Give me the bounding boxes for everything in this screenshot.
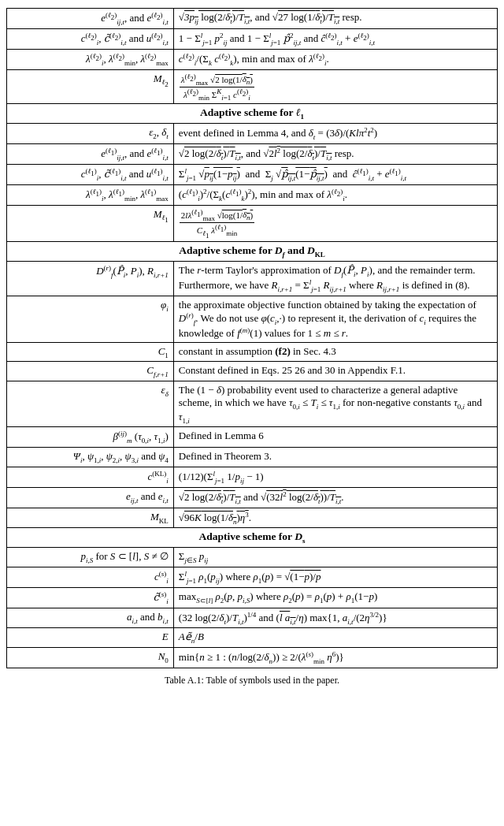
symbol-cell: c(ℓ1)i, c̃(ℓ1)i,t and u(ℓ1)i,t: [7, 164, 174, 184]
description-cell: √2 log(2/δt)/Ti,t and √(32l2 log(2/δt))/…: [173, 487, 497, 508]
description-cell: The r-term Taylor's approximation of Df(…: [173, 262, 497, 296]
table-row: pi,S for S ⊂ [l], S ≠ ∅ Σj∈S pij: [7, 548, 498, 567]
table-row: Mℓ1 2lλ(ℓ1)max √log(1/δn) Cℓ1 λ(ℓ1)min: [7, 205, 498, 241]
description-cell: Defined in Lemma 6: [173, 427, 497, 448]
table-row: φi the approximate objective function ob…: [7, 296, 498, 342]
symbol-cell: MKL: [7, 508, 174, 528]
symbol-cell: ai,t and bi,t: [7, 608, 174, 628]
description-cell: λ(ℓ2)max √2 log(1/δn) λ(ℓ2)min ΣKi=1 c(ℓ…: [173, 69, 497, 104]
symbol-cell: λ(ℓ2)i, λ(ℓ2)min, λ(ℓ2)max: [7, 49, 174, 69]
description-cell: event defined in Lemma 4, and δt = (3δ)/…: [173, 124, 497, 144]
table-row: MKL √96K log(1/δn)η3.: [7, 508, 498, 528]
symbol-cell: β(ij)m (τ0,i, τ1,i): [7, 427, 174, 448]
description-cell: The (1 − δ) probability event used to ch…: [173, 381, 497, 426]
symbol-cell: Mℓ2: [7, 69, 174, 104]
section-header: Adaptive scheme for ℓ1: [7, 104, 498, 124]
symbol-cell: εδ: [7, 381, 174, 426]
table-row: Cf,r+1 Constant defined in Eqs. 25 26 an…: [7, 362, 498, 381]
table-row: ε2, δt event defined in Lemma 4, and δt …: [7, 124, 498, 144]
symbol-cell: c̃(s)i: [7, 587, 174, 608]
description-cell: Defined in Theorem 3.: [173, 448, 497, 467]
description-cell: 1 − Σlj=1 p2ij and 1 − Σlj=1 p̂2ij,t and…: [173, 28, 497, 49]
table-row: c(ℓ1)i, c̃(ℓ1)i,t and u(ℓ1)i,t Σlj=1 √pi…: [7, 164, 498, 184]
table-row: c̃(s)i maxS⊂[l] ρ2(p, pi,S) where ρ2(p) …: [7, 587, 498, 608]
description-cell: min{n ≥ 1 : (n/log(2/δn)) ≥ 2/(λ(s)min η…: [173, 648, 497, 668]
description-cell: √96K log(1/δn)η3.: [173, 508, 497, 528]
symbol-cell: E: [7, 628, 174, 648]
table-row: εδ The (1 − δ) probability event used to…: [7, 381, 498, 426]
symbol-cell: λ(ℓ1)i, λ(ℓ1)min, λ(ℓ1)max: [7, 184, 174, 205]
section-l1: Adaptive scheme for ℓ1 ε2, δt event defi…: [7, 104, 498, 242]
table-row: E Aẽn/B: [7, 628, 498, 648]
symbol-cell: e(ℓ2)ij,t, and e(ℓ2)i,t: [7, 9, 174, 29]
notation-table: e(ℓ2)ij,t, and e(ℓ2)i,t √3pij log(2/δt)/…: [6, 8, 498, 668]
table-row: λ(ℓ1)i, λ(ℓ1)min, λ(ℓ1)max (c(ℓ1)i)2/(Σk…: [7, 184, 498, 205]
description-cell: (c(ℓ1)i)2/(Σk(c(ℓ1)k)2), min and max of …: [173, 184, 497, 205]
table-row: β(ij)m (τ0,i, τ1,i) Defined in Lemma 6: [7, 427, 498, 448]
table-row: Ψi, ψ1,i, ψ2,i, ψ3,i and ψ4 Defined in T…: [7, 448, 498, 467]
description-cell: Aẽn/B: [173, 628, 497, 648]
description-cell: Constant defined in Eqs. 25 26 and 30 in…: [173, 362, 497, 381]
symbol-cell: D(r)f(P̂i, Pi), Ri,r+1: [7, 262, 174, 296]
description-cell: (32 log(2/δt)/Ti,t)1/4 and (l ai,t/η) ma…: [173, 608, 497, 628]
symbol-cell: eij,t and ei,t: [7, 487, 174, 508]
description-cell: maxS⊂[l] ρ2(p, pi,S) where ρ2(p) = ρ1(p)…: [173, 587, 497, 608]
section-header: Adaptive scheme for Ds: [7, 528, 498, 548]
symbol-cell: C1: [7, 342, 174, 362]
table-row: c(s)i Σlj=1 ρ1(pij) where ρ1(p) = √(1−p)…: [7, 567, 498, 587]
section-ds: Adaptive scheme for Ds pi,S for S ⊂ [l],…: [7, 528, 498, 668]
section-header-row: Adaptive scheme for Df and DKL: [7, 242, 498, 262]
description-cell: the approximate objective function obtai…: [173, 296, 497, 342]
description-cell: c(ℓ2)i/(Σk c(ℓ2)k), min and max of λ(ℓ2)…: [173, 49, 497, 69]
description-cell: √3pij log(2/δt)/Ti,t, and √27 log(1/δt)/…: [173, 9, 497, 29]
symbol-cell: Ψi, ψ1,i, ψ2,i, ψ3,i and ψ4: [7, 448, 174, 467]
symbol-cell: c(ℓ2)i, c̃(ℓ2)i,t and u(ℓ2)i,t: [7, 28, 174, 49]
table-row: ai,t and bi,t (32 log(2/δt)/Ti,t)1/4 and…: [7, 608, 498, 628]
symbol-cell: Mℓ1: [7, 205, 174, 241]
symbol-cell: N0: [7, 648, 174, 668]
symbol-cell: φi: [7, 296, 174, 342]
table-caption: Table A.1: Table of symbols used in the …: [6, 675, 498, 686]
table-row: c(KL)i (1/12)(Σlj=1 1/pij − 1): [7, 467, 498, 487]
symbol-cell: ε2, δt: [7, 124, 174, 144]
description-cell: (1/12)(Σlj=1 1/pij − 1): [173, 467, 497, 487]
section-l2-continued: e(ℓ2)ij,t, and e(ℓ2)i,t √3pij log(2/δt)/…: [7, 9, 498, 104]
table-row: e(ℓ2)ij,t, and e(ℓ2)i,t √3pij log(2/δt)/…: [7, 9, 498, 29]
table-row: N0 min{n ≥ 1 : (n/log(2/δn)) ≥ 2/(λ(s)mi…: [7, 648, 498, 668]
section-header-row: Adaptive scheme for ℓ1: [7, 104, 498, 124]
description-cell: Σlj=1 √pij(1−pij) and Σj √p̂ij,t(1−p̂ij,…: [173, 164, 497, 184]
section-header: Adaptive scheme for Df and DKL: [7, 242, 498, 262]
description-cell: √2 log(2/δt)/Ti,t, and √2l2 log(2/δt)/Ti…: [173, 144, 497, 165]
table-row: c(ℓ2)i, c̃(ℓ2)i,t and u(ℓ2)i,t 1 − Σlj=1…: [7, 28, 498, 49]
section-df-dkl: Adaptive scheme for Df and DKL D(r)f(P̂i…: [7, 242, 498, 528]
description-cell: 2lλ(ℓ1)max √log(1/δn) Cℓ1 λ(ℓ1)min: [173, 205, 497, 241]
symbol-cell: pi,S for S ⊂ [l], S ≠ ∅: [7, 548, 174, 567]
description-cell: Σj∈S pij: [173, 548, 497, 567]
symbol-cell: c(s)i: [7, 567, 174, 587]
section-header-row: Adaptive scheme for Ds: [7, 528, 498, 548]
symbol-cell: e(ℓ1)ij,t, and e(ℓ1)i,t: [7, 144, 174, 165]
table-row: e(ℓ1)ij,t, and e(ℓ1)i,t √2 log(2/δt)/Ti,…: [7, 144, 498, 165]
symbol-cell: Cf,r+1: [7, 362, 174, 381]
symbol-cell: c(KL)i: [7, 467, 174, 487]
description-cell: Σlj=1 ρ1(pij) where ρ1(p) = √(1−p)/p: [173, 567, 497, 587]
table-row: λ(ℓ2)i, λ(ℓ2)min, λ(ℓ2)max c(ℓ2)i/(Σk c(…: [7, 49, 498, 69]
table-row: C1 constant in assumption (f2) in Sec. 4…: [7, 342, 498, 362]
table-row: eij,t and ei,t √2 log(2/δt)/Ti,t and √(3…: [7, 487, 498, 508]
table-row: Mℓ2 λ(ℓ2)max √2 log(1/δn) λ(ℓ2)min ΣKi=1…: [7, 69, 498, 104]
description-cell: constant in assumption (f2) in Sec. 4.3: [173, 342, 497, 362]
table-row: D(r)f(P̂i, Pi), Ri,r+1 The r-term Taylor…: [7, 262, 498, 296]
